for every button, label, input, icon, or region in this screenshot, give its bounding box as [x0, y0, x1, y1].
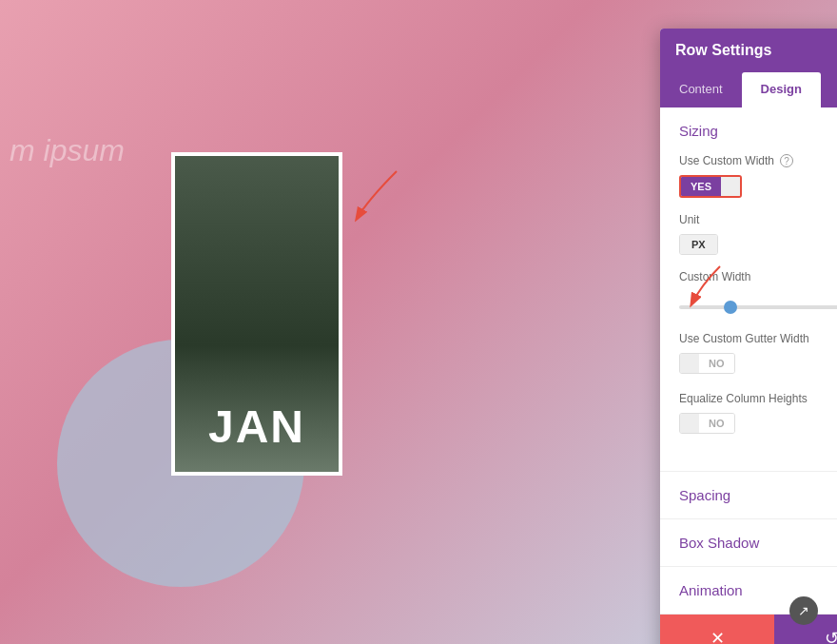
tabs-bar: Content Design Advanced — [660, 72, 837, 107]
custom-width-row: Custom Width ↺ — [679, 270, 837, 317]
equalize-toggle-empty — [680, 414, 699, 433]
width-slider[interactable] — [679, 305, 837, 309]
spacing-section: Spacing ▼ — [660, 472, 837, 519]
sizing-section: Sizing ▲ Use Custom Width ? YES — [660, 107, 837, 472]
panel-title: Row Settings — [675, 42, 771, 59]
cancel-button[interactable]: ✕ — [660, 615, 774, 644]
tab-design[interactable]: Design — [742, 72, 821, 107]
equalize-row: Equalize Column Heights NO — [679, 392, 837, 437]
box-shadow-title: Box Shadow — [679, 535, 759, 551]
box-shadow-section-header[interactable]: Box Shadow ▼ — [660, 519, 837, 566]
equalize-no-label: NO — [699, 414, 734, 433]
width-slider-container — [679, 296, 837, 313]
gutter-toggle[interactable]: NO — [679, 353, 735, 374]
unit-selector[interactable]: PX — [679, 234, 718, 255]
unit-label: Unit — [679, 213, 837, 226]
toggle-no-label — [721, 177, 740, 196]
panel-body: Sizing ▲ Use Custom Width ? YES — [660, 107, 837, 615]
unit-px[interactable]: PX — [680, 235, 717, 254]
use-custom-width-label: Use Custom Width ? — [679, 154, 837, 167]
use-custom-width-row: Use Custom Width ? YES — [679, 154, 837, 198]
jan-text: JAN — [208, 400, 305, 453]
animation-title: Animation — [679, 582, 743, 598]
sizing-section-header[interactable]: Sizing ▲ — [660, 107, 837, 154]
box-shadow-section: Box Shadow ▼ — [660, 519, 837, 567]
sizing-content: Use Custom Width ? YES Unit PX — [660, 154, 837, 471]
custom-width-toggle[interactable]: YES — [679, 175, 742, 198]
spacing-section-header[interactable]: Spacing ▼ — [660, 472, 837, 518]
bg-image: JAN — [171, 152, 342, 476]
sizing-title: Sizing — [679, 123, 718, 139]
gutter-width-row: Use Custom Gutter Width NO — [679, 332, 837, 377]
gutter-width-label: Use Custom Gutter Width — [679, 332, 837, 345]
equalize-label: Equalize Column Heights — [679, 392, 837, 405]
gutter-no-label: NO — [699, 354, 734, 373]
row-settings-panel: Row Settings ⛶ ⊞ Content Design Advanced… — [660, 29, 837, 644]
gutter-toggle-empty — [680, 354, 699, 373]
tab-content[interactable]: Content — [660, 72, 742, 107]
lorem-text: m ipsum — [10, 133, 125, 168]
toggle-yes-label: YES — [681, 177, 721, 196]
help-corner-icon[interactable]: ↗ — [789, 596, 818, 625]
custom-width-label: Custom Width — [679, 270, 837, 283]
slider-row: ↺ — [679, 291, 837, 317]
equalize-toggle[interactable]: NO — [679, 413, 735, 434]
help-icon[interactable]: ? — [780, 154, 793, 167]
unit-row: Unit PX — [679, 213, 837, 255]
tab-advanced[interactable]: Advanced — [821, 72, 837, 107]
panel-header: Row Settings ⛶ ⊞ — [660, 29, 837, 72]
spacing-title: Spacing — [679, 487, 730, 503]
